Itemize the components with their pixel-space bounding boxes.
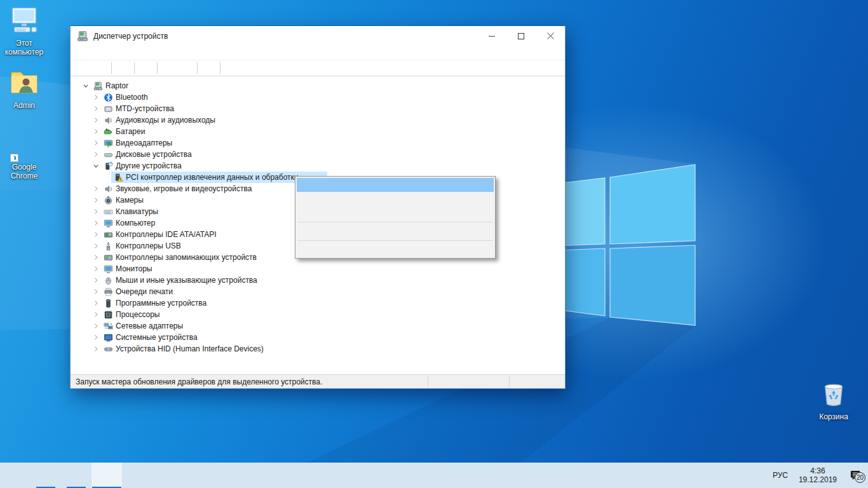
toolbar-update-driver-button[interactable] — [223, 61, 240, 76]
tree-item-mice[interactable]: Мыши и иные указывающие устройства — [71, 274, 565, 286]
chevron-right-icon[interactable] — [91, 195, 101, 205]
toolbar-uninstall-button[interactable] — [240, 61, 257, 76]
toolbar-back-button[interactable] — [74, 61, 92, 76]
taskbar-chrome-button[interactable] — [61, 463, 92, 488]
tree-item-mtd-devices[interactable]: MTD-устройства — [71, 103, 565, 114]
minimize-button[interactable] — [477, 26, 506, 46]
context-menu-uninstall-device[interactable] — [297, 206, 494, 220]
desktop-icon-recycle-bin[interactable]: Корзина — [810, 379, 858, 421]
tree-item-label: Контроллеры IDE ATA/ATAPI — [116, 230, 217, 239]
context-menu-properties[interactable] — [297, 243, 494, 257]
expander[interactable] — [101, 172, 111, 182]
chevron-right-icon[interactable] — [91, 344, 101, 354]
tree-item-other-devices[interactable]: ? Другие устройства — [71, 160, 565, 172]
toolbar-scan-hardware-button[interactable] — [200, 61, 217, 76]
toolbar-help-button[interactable] — [160, 61, 177, 76]
menubar-action[interactable] — [86, 46, 97, 60]
chevron-down-icon[interactable] — [91, 161, 101, 171]
display-icon — [103, 138, 113, 148]
desktop-icon-label: Google Chrome — [0, 163, 48, 180]
tree-item-monitors[interactable]: Мониторы — [71, 263, 565, 274]
desktop-icon-chrome[interactable]: Google Chrome — [0, 129, 48, 180]
toolbar-disable-button[interactable] — [257, 61, 275, 76]
chevron-right-icon[interactable] — [91, 138, 101, 148]
software-icon — [103, 298, 113, 308]
chevron-right-icon[interactable] — [91, 184, 101, 194]
close-icon — [547, 32, 554, 39]
chevron-right-icon[interactable] — [91, 287, 101, 297]
taskbar-device-manager-button[interactable] — [92, 463, 122, 488]
tree-item-system-devices[interactable]: Системные устройства — [71, 332, 565, 343]
chevron-right-icon[interactable] — [91, 241, 101, 251]
printer-icon — [103, 287, 113, 297]
tree-item-display-adapters[interactable]: Видеоадаптеры — [71, 137, 565, 149]
toolbar-console-tree-button[interactable] — [114, 61, 132, 76]
tree-item-bluetooth[interactable]: Bluetooth — [71, 92, 565, 103]
tray-network[interactable] — [736, 463, 752, 488]
toolbar-action-button[interactable] — [177, 61, 194, 76]
processor-icon — [103, 309, 113, 320]
chevron-right-icon[interactable] — [91, 252, 101, 262]
context-menu-disable-device[interactable] — [297, 192, 494, 206]
chevron-right-icon[interactable] — [91, 92, 101, 102]
context-menu-scan-hardware[interactable] — [297, 224, 494, 238]
toolbar-properties-button[interactable] — [137, 61, 154, 76]
tree-item-label: Камеры — [116, 196, 144, 205]
tree-item-label: Raptor — [105, 81, 128, 90]
battery-icon — [103, 126, 113, 137]
tray-defender[interactable] — [704, 463, 720, 488]
chevron-right-icon[interactable] — [91, 298, 101, 308]
chevron-right-icon[interactable] — [91, 115, 101, 125]
chevron-right-icon[interactable] — [91, 332, 101, 342]
toolbar-separator — [157, 62, 158, 74]
chevron-right-icon[interactable] — [91, 264, 101, 274]
menubar-file[interactable] — [74, 46, 86, 60]
chevron-right-icon[interactable] — [91, 275, 101, 285]
close-button[interactable] — [536, 26, 565, 46]
tree-item-audio-inputs[interactable]: Аудиовходы и аудиовыходы — [71, 114, 565, 126]
chevron-right-icon[interactable] — [91, 218, 101, 228]
title-bar[interactable]: Диспетчер устройств — [71, 26, 565, 46]
toolbar-forward-button[interactable] — [92, 61, 109, 76]
chevron-right-icon[interactable] — [91, 321, 101, 331]
tree-item-hid-devices[interactable]: Устройства HID (Human Interface Devices) — [71, 343, 565, 355]
tree-item-print-queues[interactable]: Очереди печати — [71, 286, 565, 297]
chevron-right-icon[interactable] — [91, 126, 101, 137]
taskbar-explorer-button[interactable] — [31, 463, 61, 488]
toolbar-separator — [134, 62, 135, 74]
tree-item-label: Звуковые, игровые и видеоустройства — [116, 184, 252, 193]
tree-item-network-adapters[interactable]: Сетевые адаптеры — [71, 320, 565, 332]
action-center-button[interactable]: 20 — [843, 463, 868, 488]
desktop-icon-label: Корзина — [810, 412, 858, 421]
tree-item-disk-drives[interactable]: Дисковые устройства — [71, 149, 565, 160]
toolbar — [71, 60, 565, 76]
menubar-help[interactable] — [109, 46, 120, 60]
tree-item-software-devices[interactable]: Программные устройства — [71, 297, 565, 309]
tray-show-hidden-icons[interactable] — [672, 463, 688, 488]
chevron-right-icon[interactable] — [91, 229, 101, 240]
chevron-right-icon[interactable] — [91, 104, 101, 114]
tray-power[interactable] — [720, 463, 736, 488]
tray-volume[interactable] — [752, 463, 768, 488]
start-button[interactable] — [0, 463, 31, 488]
chevron-right-icon[interactable] — [91, 207, 101, 217]
maximize-button[interactable] — [506, 26, 536, 46]
language-indicator[interactable]: РУС — [768, 471, 793, 480]
desktop-icon-this-pc[interactable]: Этот компьютер — [0, 5, 48, 57]
menubar-view[interactable] — [97, 46, 109, 60]
tray-steam[interactable] — [688, 463, 704, 488]
chevron-right-icon[interactable] — [91, 149, 101, 159]
tree-item-raptor[interactable]: Raptor — [71, 80, 565, 92]
this-pc-icon — [9, 4, 39, 37]
tree-item-processors[interactable]: Процессоры — [71, 309, 565, 320]
chevron-right-icon[interactable] — [91, 309, 101, 320]
menu-bar — [71, 46, 565, 60]
context-menu-update-driver[interactable] — [297, 178, 494, 192]
clock[interactable]: 4:36 19.12.2019 — [793, 466, 843, 484]
chevron-down-icon[interactable] — [81, 81, 91, 91]
storage-icon — [103, 252, 113, 262]
status-separator — [509, 376, 510, 387]
warning-device-icon — [113, 172, 123, 182]
desktop-icon-admin[interactable]: Admin — [0, 67, 48, 110]
tree-item-batteries[interactable]: Батареи — [71, 126, 565, 137]
